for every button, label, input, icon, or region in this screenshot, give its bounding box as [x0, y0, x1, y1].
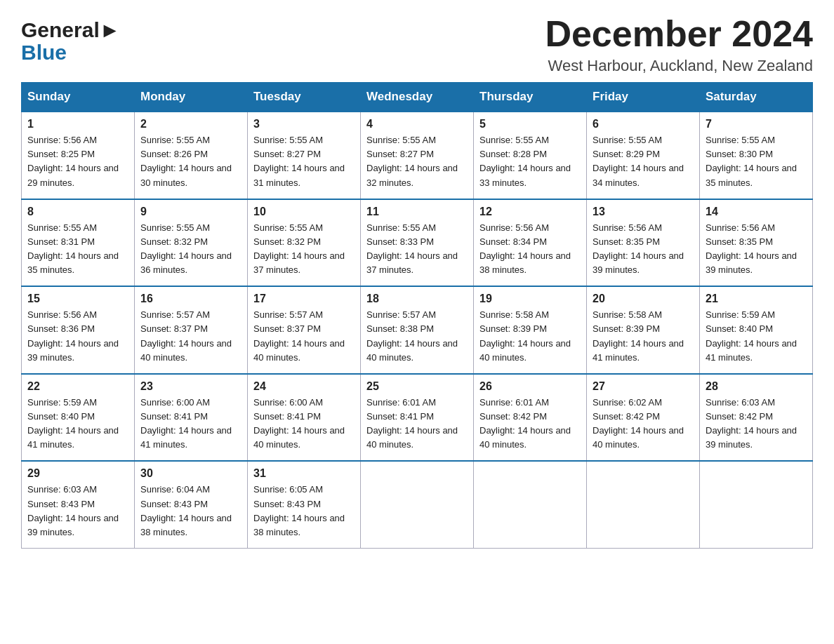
sunset-label: Sunset: 8:39 PM — [593, 323, 660, 334]
daylight-label: Daylight: 14 hours and 40 minutes. — [479, 338, 571, 363]
day-info: Sunrise: 5:58 AMSunset: 8:39 PMDaylight:… — [593, 308, 694, 365]
calendar-header-row: SundayMondayTuesdayWednesdayThursdayFrid… — [22, 83, 813, 112]
calendar-day-cell: 12Sunrise: 5:56 AMSunset: 8:34 PMDayligh… — [474, 199, 587, 287]
sunrise-label: Sunrise: 5:55 AM — [706, 135, 775, 145]
col-header-monday: Monday — [135, 83, 248, 112]
calendar-day-cell: 27Sunrise: 6:02 AMSunset: 8:42 PMDayligh… — [587, 374, 700, 462]
sunset-label: Sunset: 8:40 PM — [27, 411, 95, 422]
daylight-label: Daylight: 14 hours and 34 minutes. — [593, 163, 684, 187]
sunset-label: Sunset: 8:32 PM — [140, 236, 208, 247]
logo-general-text: General► — [21, 18, 120, 42]
calendar-day-cell: 1Sunrise: 5:56 AMSunset: 8:25 PMDaylight… — [22, 112, 135, 199]
calendar-empty-cell — [474, 461, 587, 548]
sunset-label: Sunset: 8:43 PM — [140, 499, 208, 509]
day-info: Sunrise: 5:56 AMSunset: 8:34 PMDaylight:… — [479, 221, 581, 278]
sunrise-label: Sunrise: 5:56 AM — [27, 309, 97, 320]
daylight-label: Daylight: 14 hours and 40 minutes. — [140, 338, 232, 363]
sunset-label: Sunset: 8:34 PM — [479, 236, 547, 247]
sunset-label: Sunset: 8:39 PM — [479, 323, 547, 334]
day-number: 12 — [479, 206, 581, 218]
day-info: Sunrise: 6:01 AMSunset: 8:41 PMDaylight:… — [366, 396, 468, 452]
calendar-day-cell: 16Sunrise: 5:57 AMSunset: 8:37 PMDayligh… — [135, 286, 248, 374]
daylight-label: Daylight: 14 hours and 38 minutes. — [253, 513, 345, 537]
day-info: Sunrise: 5:59 AMSunset: 8:40 PMDaylight:… — [706, 308, 807, 365]
col-header-wednesday: Wednesday — [361, 83, 474, 112]
daylight-label: Daylight: 14 hours and 31 minutes. — [253, 163, 345, 187]
calendar-day-cell: 4Sunrise: 5:55 AMSunset: 8:27 PMDaylight… — [361, 112, 474, 199]
daylight-label: Daylight: 14 hours and 36 minutes. — [140, 250, 232, 275]
sunrise-label: Sunrise: 6:00 AM — [253, 397, 323, 408]
day-number: 21 — [706, 293, 807, 305]
day-info: Sunrise: 5:55 AMSunset: 8:33 PMDaylight:… — [366, 221, 468, 278]
daylight-label: Daylight: 14 hours and 39 minutes. — [706, 250, 797, 275]
daylight-label: Daylight: 14 hours and 35 minutes. — [706, 163, 797, 187]
day-number: 9 — [140, 206, 241, 218]
sunset-label: Sunset: 8:41 PM — [140, 411, 208, 422]
calendar-day-cell: 6Sunrise: 5:55 AMSunset: 8:29 PMDaylight… — [587, 112, 700, 199]
day-number: 15 — [27, 293, 128, 305]
sunrise-label: Sunrise: 5:58 AM — [479, 309, 549, 320]
calendar-day-cell: 8Sunrise: 5:55 AMSunset: 8:31 PMDaylight… — [22, 199, 135, 287]
daylight-label: Daylight: 14 hours and 40 minutes. — [479, 425, 571, 450]
sunrise-label: Sunrise: 5:56 AM — [593, 222, 662, 233]
day-number: 2 — [140, 118, 241, 130]
daylight-label: Daylight: 14 hours and 40 minutes. — [253, 338, 345, 363]
sunrise-label: Sunrise: 5:57 AM — [366, 309, 436, 320]
calendar-day-cell: 26Sunrise: 6:01 AMSunset: 8:42 PMDayligh… — [474, 374, 587, 462]
calendar-empty-cell — [700, 461, 813, 548]
day-info: Sunrise: 5:55 AMSunset: 8:28 PMDaylight:… — [479, 133, 581, 190]
sunrise-label: Sunrise: 5:55 AM — [140, 222, 210, 233]
sunrise-label: Sunrise: 5:55 AM — [366, 135, 436, 145]
daylight-label: Daylight: 14 hours and 40 minutes. — [366, 425, 458, 450]
sunrise-label: Sunrise: 6:03 AM — [706, 397, 775, 408]
day-number: 24 — [253, 380, 355, 393]
daylight-label: Daylight: 14 hours and 41 minutes. — [593, 338, 684, 363]
sunrise-label: Sunrise: 6:05 AM — [253, 484, 323, 495]
day-number: 6 — [593, 118, 694, 130]
page-header: General► Blue December 2024 West Harbour… — [21, 14, 813, 75]
day-info: Sunrise: 5:57 AMSunset: 8:38 PMDaylight:… — [366, 308, 468, 365]
day-info: Sunrise: 5:55 AMSunset: 8:27 PMDaylight:… — [366, 133, 468, 190]
day-number: 27 — [593, 380, 694, 393]
daylight-label: Daylight: 14 hours and 39 minutes. — [27, 338, 119, 363]
col-header-tuesday: Tuesday — [248, 83, 361, 112]
day-info: Sunrise: 6:00 AMSunset: 8:41 PMDaylight:… — [140, 396, 241, 452]
day-info: Sunrise: 6:04 AMSunset: 8:43 PMDaylight:… — [140, 483, 241, 539]
day-info: Sunrise: 5:59 AMSunset: 8:40 PMDaylight:… — [27, 396, 128, 452]
day-info: Sunrise: 5:56 AMSunset: 8:35 PMDaylight:… — [706, 221, 807, 278]
sunrise-label: Sunrise: 5:58 AM — [593, 309, 662, 320]
calendar-day-cell: 19Sunrise: 5:58 AMSunset: 8:39 PMDayligh… — [474, 286, 587, 374]
day-number: 25 — [366, 380, 468, 393]
sunrise-label: Sunrise: 5:59 AM — [27, 397, 97, 408]
calendar-day-cell: 29Sunrise: 6:03 AMSunset: 8:43 PMDayligh… — [22, 461, 135, 548]
sunrise-label: Sunrise: 5:57 AM — [253, 309, 323, 320]
calendar-day-cell: 24Sunrise: 6:00 AMSunset: 8:41 PMDayligh… — [248, 374, 361, 462]
sunset-label: Sunset: 8:42 PM — [593, 411, 660, 422]
daylight-label: Daylight: 14 hours and 38 minutes. — [479, 250, 571, 275]
day-info: Sunrise: 6:02 AMSunset: 8:42 PMDaylight:… — [593, 396, 694, 452]
daylight-label: Daylight: 14 hours and 41 minutes. — [140, 425, 232, 450]
daylight-label: Daylight: 14 hours and 41 minutes. — [27, 425, 119, 450]
daylight-label: Daylight: 14 hours and 32 minutes. — [366, 163, 458, 187]
sunset-label: Sunset: 8:36 PM — [27, 323, 95, 334]
day-number: 10 — [253, 206, 355, 218]
sunrise-label: Sunrise: 6:03 AM — [27, 484, 97, 495]
daylight-label: Daylight: 14 hours and 37 minutes. — [366, 250, 458, 275]
day-info: Sunrise: 5:56 AMSunset: 8:25 PMDaylight:… — [27, 133, 128, 190]
day-number: 7 — [706, 118, 807, 130]
day-info: Sunrise: 5:55 AMSunset: 8:32 PMDaylight:… — [253, 221, 355, 278]
sunrise-label: Sunrise: 5:55 AM — [479, 135, 549, 145]
calendar-day-cell: 25Sunrise: 6:01 AMSunset: 8:41 PMDayligh… — [361, 374, 474, 462]
day-info: Sunrise: 6:03 AMSunset: 8:43 PMDaylight:… — [27, 483, 128, 539]
sunset-label: Sunset: 8:32 PM — [253, 236, 321, 247]
calendar-day-cell: 20Sunrise: 5:58 AMSunset: 8:39 PMDayligh… — [587, 286, 700, 374]
calendar-week-row: 22Sunrise: 5:59 AMSunset: 8:40 PMDayligh… — [22, 374, 813, 462]
day-number: 20 — [593, 293, 694, 305]
calendar-day-cell: 31Sunrise: 6:05 AMSunset: 8:43 PMDayligh… — [248, 461, 361, 548]
day-number: 26 — [479, 380, 581, 393]
day-info: Sunrise: 5:58 AMSunset: 8:39 PMDaylight:… — [479, 308, 581, 365]
day-number: 3 — [253, 118, 355, 130]
calendar-week-row: 8Sunrise: 5:55 AMSunset: 8:31 PMDaylight… — [22, 199, 813, 287]
sunset-label: Sunset: 8:30 PM — [706, 149, 773, 159]
logo-blue-text: Blue — [21, 42, 67, 63]
